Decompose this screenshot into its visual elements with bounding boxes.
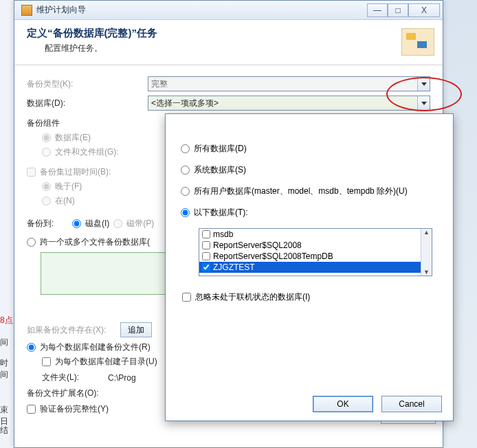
if-exists-combo[interactable]: 追加 (120, 322, 152, 337)
disk-radio[interactable]: 磁盘(I) (72, 218, 109, 229)
page-title: 定义“备份数据库(完整)”任务 (27, 27, 430, 40)
all-databases-radio[interactable]: 所有数据库(D) (181, 143, 438, 155)
chevron-down-icon[interactable] (417, 96, 430, 110)
cancel-button[interactable]: Cancel (381, 396, 442, 412)
titlebar[interactable]: 维护计划向导 — □ X (14, 1, 443, 20)
header-illustration (401, 28, 434, 56)
list-item: ReportServer$SQL2008 (199, 240, 432, 251)
system-databases-radio[interactable]: 系统数据库(S) (181, 164, 438, 176)
ext-label: 备份文件扩展名(O): (27, 388, 144, 399)
app-icon (21, 5, 32, 16)
database-combo[interactable]: <选择一项或多项> (148, 96, 430, 111)
maximize-button[interactable]: □ (388, 3, 408, 17)
database-picker-popup: 所有数据库(D) 系统数据库(S) 所有用户数据库(master、model、m… (165, 113, 454, 421)
if-exists-label: 如果备份文件存在(X): (27, 324, 116, 336)
backup-type-combo: 完整 (148, 76, 430, 91)
ignore-offline-check[interactable]: 忽略未处于联机状态的数据库(I) (182, 291, 438, 303)
list-item-selected: ZJGZTEST (199, 262, 432, 273)
database-checklist[interactable]: msdb ReportServer$SQL2008 ReportServer$S… (199, 228, 432, 276)
user-databases-radio[interactable]: 所有用户数据库(master、model、msdb、tempdb 除外)(U) (181, 186, 438, 197)
page-subtitle: 配置维护任务。 (45, 43, 430, 54)
side-text-red: 8点 (0, 315, 13, 326)
side-text-3: 束日 (0, 404, 14, 427)
backup-type-label: 备份类型(K): (27, 78, 144, 90)
list-item: msdb (199, 229, 432, 240)
side-text-1: 间 (0, 337, 8, 348)
close-button[interactable]: X (408, 3, 440, 17)
folder-label: 文件夹(L): (42, 372, 104, 383)
backup-to-label: 备份到: (27, 218, 68, 229)
minimize-button[interactable]: — (367, 3, 388, 17)
tape-radio: 磁带(P) (113, 218, 154, 229)
folder-value: C:\Prog (108, 373, 136, 383)
window-title: 维护计划向导 (36, 4, 367, 16)
files-listbox[interactable] (41, 252, 171, 295)
scrollbar[interactable]: ▲▼ (421, 229, 432, 276)
wizard-header: 定义“备份数据库(完整)”任务 配置维护任务。 (14, 20, 443, 65)
side-text-4: 结 (0, 425, 8, 436)
side-text-2: 时间 (0, 357, 14, 381)
database-label: 数据库(D): (27, 98, 144, 109)
ok-button[interactable]: OK (313, 396, 373, 412)
these-databases-radio[interactable]: 以下数据库(T): (181, 207, 438, 219)
chevron-down-icon (417, 77, 430, 91)
list-item: ReportServer$SQL2008TempDB (199, 251, 432, 262)
